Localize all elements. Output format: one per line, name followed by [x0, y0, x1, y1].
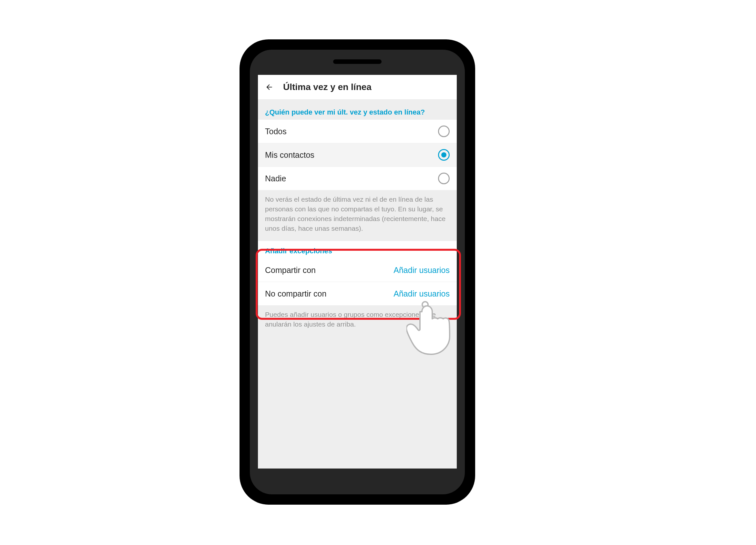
option-my-contacts-label: Mis contactos — [265, 150, 314, 160]
canvas: Última vez y en línea ¿Quién puede ver m… — [0, 0, 756, 545]
row-share-with[interactable]: Compartir con Añadir usuarios — [258, 259, 457, 282]
share-with-add-users-link[interactable]: Añadir usuarios — [393, 266, 450, 275]
row-not-share-with[interactable]: No compartir con Añadir usuarios — [258, 282, 457, 305]
app-screen: Última vez y en línea ¿Quién puede ver m… — [258, 75, 457, 468]
option-everyone[interactable]: Todos — [258, 120, 457, 143]
radio-selected-icon — [438, 149, 450, 161]
not-share-with-add-users-link[interactable]: Añadir usuarios — [393, 289, 450, 298]
app-header: Última vez y en línea — [258, 75, 457, 100]
not-share-with-label: No compartir con — [265, 289, 326, 298]
phone-frame: Última vez y en línea ¿Quién puede ver m… — [240, 39, 475, 505]
section1-description: No verás el estado de última vez ni el d… — [258, 190, 457, 241]
section2-title: Añadir excepciones — [258, 241, 457, 259]
back-arrow-icon[interactable] — [265, 83, 273, 91]
share-with-label: Compartir con — [265, 266, 316, 275]
radio-icon — [438, 173, 450, 184]
phone-bezel: Última vez y en línea ¿Quién puede ver m… — [250, 50, 465, 494]
radio-icon — [438, 126, 450, 137]
option-nobody[interactable]: Nadie — [258, 167, 457, 190]
phone-speaker — [333, 59, 382, 64]
section2-description: Puedes añadir usuarios o grupos como exc… — [258, 305, 457, 337]
section1-title: ¿Quién puede ver mi últ. vez y estado en… — [258, 100, 457, 120]
option-everyone-label: Todos — [265, 127, 287, 136]
option-my-contacts[interactable]: Mis contactos — [258, 143, 457, 167]
page-title: Última vez y en línea — [283, 82, 372, 92]
option-nobody-label: Nadie — [265, 174, 286, 183]
